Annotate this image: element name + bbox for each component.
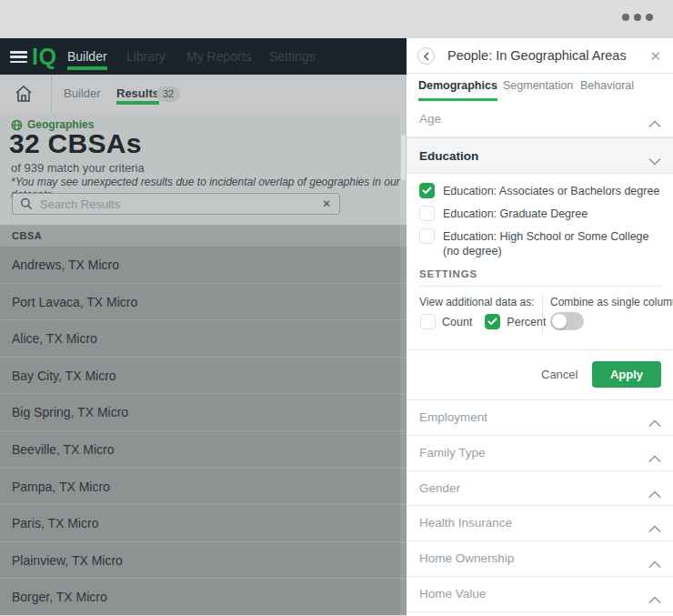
checkbox-label: Education: High School or Some College (…	[443, 228, 666, 258]
section-education-header[interactable]: Education	[407, 137, 673, 174]
toggle-knob	[552, 314, 567, 328]
scrollbar-thumb[interactable]	[401, 135, 406, 180]
chevron-up-icon	[648, 591, 661, 608]
combine-toggle-off[interactable]	[550, 312, 584, 330]
combine-label: Combine as single column:	[550, 296, 673, 308]
match-subtitle: of 939 match your criteria	[11, 161, 145, 175]
view-as-options: Count Percent	[420, 314, 558, 329]
dot-icon	[622, 14, 629, 21]
section-label: Employment	[419, 400, 487, 436]
table-row[interactable]: Andrews, TX Micro	[0, 246, 407, 283]
chevron-down-icon	[648, 153, 661, 169]
section-label: Home Ownership	[419, 541, 514, 577]
overflow-menu-icon[interactable]	[622, 14, 653, 21]
scrollbar-track	[400, 113, 407, 616]
checkbox-unchecked-icon[interactable]	[419, 228, 435, 244]
apply-button[interactable]: Apply	[592, 361, 661, 388]
nav-item-settings[interactable]: Settings	[269, 38, 316, 75]
column-header-cbsa: CBSA	[12, 225, 42, 247]
table-row[interactable]: Paris, TX Micro	[0, 504, 407, 541]
section-label: Age	[419, 101, 441, 137]
count-label: Count	[442, 316, 472, 328]
percent-checkbox-checked-icon[interactable]	[485, 314, 500, 329]
section-age[interactable]: Age	[407, 101, 673, 137]
checkbox-checked-icon[interactable]	[419, 183, 435, 198]
checkbox-option-high-school[interactable]: Education: High School or Some College (…	[419, 228, 666, 258]
table-header: CBSA	[0, 225, 407, 247]
results-count-badge: 32	[156, 86, 180, 102]
results-summary: Geographies 32 CBSAs of 939 match your c…	[0, 113, 407, 225]
section-label: Education	[419, 138, 478, 175]
search-box: ✕	[12, 193, 340, 215]
clear-search-icon[interactable]: ✕	[322, 194, 331, 214]
top-navbar: IQ Builder Library My Reports Settings	[0, 38, 407, 75]
chevron-up-icon	[648, 450, 661, 467]
app-logo[interactable]: IQ	[32, 38, 56, 75]
nav-item-builder[interactable]: Builder	[67, 38, 107, 75]
divider	[419, 286, 661, 287]
divider	[51, 75, 52, 113]
section-home-ownership[interactable]: Home Ownership	[407, 541, 673, 577]
section-family-type[interactable]: Family Type	[407, 436, 673, 471]
table-row[interactable]: Pampa, TX Micro	[0, 468, 407, 505]
table-row[interactable]: Alice, TX Micro	[0, 319, 407, 357]
tab-behavioral[interactable]: Behavioral	[580, 74, 634, 101]
checkbox-option-graduate-degree[interactable]: Education: Graduate Degree	[419, 206, 666, 221]
divider	[407, 349, 673, 350]
filter-panel: People: In Geographical Areas ✕ Demograp…	[407, 38, 673, 616]
chevron-left-icon	[423, 52, 430, 61]
app-window: IQ Builder Library My Reports Settings B…	[0, 0, 673, 616]
section-label: Family Type	[419, 436, 486, 471]
nav-item-my-reports[interactable]: My Reports	[186, 38, 252, 75]
panel-tabs: Demographics Segmentation Behavioral	[407, 74, 673, 101]
home-icon[interactable]	[14, 84, 35, 104]
checkbox-unchecked-icon[interactable]	[419, 206, 435, 221]
table-row[interactable]: Plainview, TX Micro	[0, 541, 407, 579]
breadcrumb-item-results[interactable]: Results	[116, 75, 159, 113]
section-label: Home Value	[419, 577, 486, 612]
tab-demographics[interactable]: Demographics	[418, 74, 497, 101]
results-list: Andrews, TX Micro Port Lavaca, TX Micro …	[0, 246, 407, 616]
divider	[542, 294, 543, 334]
view-as-label: View additional data as:	[419, 296, 535, 308]
dot-icon	[634, 14, 641, 21]
hamburger-menu-icon[interactable]	[10, 51, 27, 63]
chevron-up-icon	[648, 556, 661, 572]
breadcrumb: Builder Results 32	[0, 75, 407, 113]
table-row[interactable]: Port Lavaca, TX Micro	[0, 283, 407, 320]
search-input[interactable]	[40, 194, 313, 214]
breadcrumb-item-builder[interactable]: Builder	[64, 75, 100, 113]
checkbox-label: Education: Associates or Bachelors degre…	[443, 183, 659, 198]
table-row[interactable]: Borger, TX Micro	[0, 578, 407, 615]
tab-segmentation[interactable]: Segmentation	[503, 74, 573, 101]
percent-label: Percent	[507, 316, 546, 328]
chevron-up-icon	[648, 486, 661, 502]
chevron-up-icon	[648, 116, 661, 132]
checkbox-option-associates-bachelors[interactable]: Education: Associates or Bachelors degre…	[419, 183, 666, 198]
section-label: Health Insurance	[419, 506, 512, 541]
dot-icon	[646, 14, 653, 21]
section-employment[interactable]: Employment	[407, 400, 673, 436]
cancel-button[interactable]: Cancel	[541, 361, 578, 388]
collapsed-sections: Employment Family Type Gender Health Ins…	[407, 399, 673, 612]
section-gender[interactable]: Gender	[407, 471, 673, 507]
panel-title: People: In Geographical Areas	[447, 38, 627, 74]
panel-header: People: In Geographical Areas ✕	[407, 38, 673, 74]
table-row[interactable]: Beeville, TX Micro	[0, 430, 407, 468]
search-icon	[20, 197, 33, 214]
back-button[interactable]	[417, 47, 435, 65]
page-title: 32 CBSAs	[9, 128, 142, 159]
checkbox-label: Education: Graduate Degree	[443, 206, 588, 221]
section-health-insurance[interactable]: Health Insurance	[407, 506, 673, 541]
chevron-up-icon	[648, 520, 661, 537]
settings-heading: SETTINGS	[419, 268, 477, 279]
close-icon[interactable]: ✕	[649, 38, 661, 74]
table-row[interactable]: Big Spring, TX Micro	[0, 393, 407, 430]
section-home-value[interactable]: Home Value	[407, 577, 673, 612]
chevron-up-icon	[648, 415, 661, 431]
count-checkbox-unchecked-icon[interactable]	[420, 314, 436, 329]
nav-item-library[interactable]: Library	[126, 38, 166, 75]
table-row[interactable]: Bay City, TX Micro	[0, 357, 407, 394]
section-label: Gender	[419, 471, 460, 507]
